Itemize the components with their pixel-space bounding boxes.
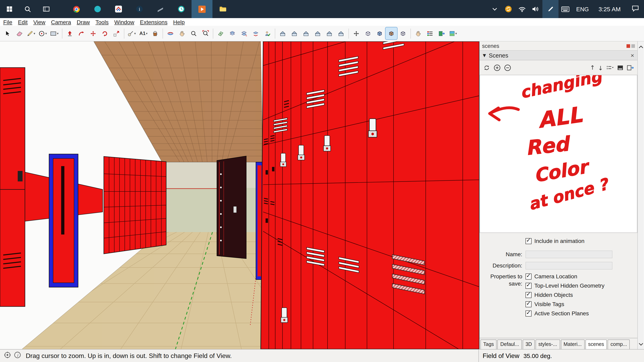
checkbox-include-in-animation[interactable] — [526, 238, 532, 244]
front-view-button[interactable] — [300, 27, 312, 39]
app-file-explorer[interactable] — [212, 0, 234, 18]
text-tool[interactable]: A1▾ — [138, 27, 149, 39]
move-scene-up-icon[interactable] — [590, 64, 595, 71]
back-view-button[interactable] — [324, 27, 335, 39]
show-thumbnails-icon[interactable] — [617, 65, 623, 70]
pan-tool[interactable] — [176, 27, 188, 39]
volume-icon[interactable] — [529, 0, 542, 18]
close-tray-icon[interactable] — [626, 44, 630, 48]
tray-scrollbar[interactable] — [637, 41, 644, 349]
left-view-button[interactable] — [335, 27, 347, 39]
rectangle-tool[interactable]: ▾ — [49, 27, 60, 39]
network-wifi-icon[interactable] — [515, 0, 529, 18]
close-section-icon[interactable]: × — [630, 52, 634, 59]
scale-tool[interactable] — [111, 27, 122, 39]
orbit-tool[interactable] — [164, 27, 176, 39]
move-scene-down-icon[interactable] — [598, 64, 603, 71]
top-view-button[interactable] — [288, 27, 300, 39]
task-view-button[interactable] — [37, 0, 56, 18]
rotate-tool[interactable] — [99, 27, 111, 39]
property-row-top-level-hidden-geometry[interactable]: Top-Level Hidden Geometry — [526, 282, 633, 289]
freehand-tool[interactable]: ▾ — [25, 27, 37, 39]
app-media-player[interactable] — [192, 0, 212, 18]
remove-scene-icon[interactable] — [504, 64, 511, 71]
offset-tool[interactable] — [76, 27, 87, 39]
menu-item-tools[interactable]: Tools — [96, 19, 109, 25]
zoom-tool[interactable] — [188, 27, 200, 39]
app-teal-circle[interactable] — [87, 0, 108, 18]
geolocation-icon[interactable] — [4, 352, 11, 360]
app-chrome[interactable] — [66, 0, 87, 18]
tray-tab-styles[interactable]: styles-... — [536, 340, 560, 349]
action-center-button[interactable] — [626, 0, 644, 18]
zoom-window-button[interactable] — [350, 27, 362, 39]
section-fill-toggle[interactable] — [250, 27, 262, 39]
tray-tab-3d[interactable]: 3D — [523, 340, 535, 349]
tray-tab-comp[interactable]: comp... — [608, 340, 630, 349]
circle-tool[interactable]: ▾ — [37, 27, 49, 39]
scroll-down-icon[interactable] — [638, 340, 643, 348]
add-scene-icon[interactable] — [494, 64, 500, 71]
menu-item-edit[interactable]: Edit — [18, 19, 28, 25]
language-indicator[interactable]: ENG — [572, 0, 593, 18]
move-tool[interactable] — [87, 27, 99, 39]
menu-item-window[interactable]: Window — [114, 19, 134, 25]
checkbox-visible-tags[interactable] — [526, 301, 532, 307]
shaded-style-button[interactable] — [374, 27, 386, 39]
app-gray-tool[interactable] — [150, 0, 170, 18]
checkbox-active-section-planes[interactable] — [526, 310, 532, 316]
view-options-icon[interactable] — [606, 65, 614, 70]
checkbox-top-level-hidden-geometry[interactable] — [526, 283, 532, 289]
freehand-tool-dropdown-icon[interactable]: ▾ — [34, 31, 35, 35]
scene-name-input[interactable] — [526, 251, 612, 258]
select-tool[interactable] — [2, 27, 14, 39]
start-button[interactable] — [0, 0, 18, 18]
text-tool-dropdown-icon[interactable]: ▾ — [146, 31, 148, 35]
touch-keyboard-button[interactable] — [558, 0, 572, 18]
menu-item-help[interactable]: Help — [173, 19, 185, 25]
fov-value[interactable]: 35.00 deg. — [523, 352, 575, 359]
app-sketchup[interactable] — [108, 0, 129, 18]
clock[interactable]: 3:25 AM — [593, 0, 626, 18]
search-button[interactable] — [18, 0, 37, 18]
scene-description-input[interactable] — [526, 262, 612, 270]
scenes-list-area[interactable]: changing ALL Red Color at once ? — [480, 75, 637, 233]
menu-item-draw[interactable]: Draw — [77, 19, 90, 25]
checkbox-hidden-objects[interactable] — [526, 292, 532, 298]
pin-tray-icon[interactable] — [631, 44, 635, 48]
right-view-button[interactable] — [312, 27, 324, 39]
add-location-button[interactable] — [262, 27, 273, 39]
display-section-cuts-toggle[interactable] — [238, 27, 250, 39]
checkbox-camera-location[interactable] — [526, 273, 532, 279]
display-section-planes-toggle[interactable] — [226, 27, 238, 39]
menu-item-camera[interactable]: Camera — [51, 19, 71, 25]
tray-tab-materi[interactable]: Materi... — [561, 340, 584, 349]
tape-measure-tool-dropdown-icon[interactable]: ▾ — [134, 31, 136, 35]
sync-status-icon[interactable] — [501, 0, 515, 18]
scenes-section-header[interactable]: ▼ Scenes × — [480, 50, 637, 60]
iso-view-button[interactable] — [277, 27, 288, 39]
material-swatch-button-dropdown-icon[interactable]: ▾ — [455, 31, 457, 35]
menu-item-extensions[interactable]: Extensions — [140, 19, 168, 25]
collapse-section-icon[interactable]: ▼ — [483, 53, 486, 57]
entity-info-button[interactable] — [424, 27, 436, 39]
scroll-up-icon[interactable] — [638, 43, 643, 50]
modeling-viewport[interactable] — [0, 41, 479, 349]
include-in-animation-row[interactable]: Include in animation — [526, 238, 633, 244]
app-info-circle[interactable]: i — [129, 0, 150, 18]
app-clock[interactable] — [170, 0, 192, 18]
windows-ink-button[interactable] — [542, 0, 558, 18]
property-row-camera-location[interactable]: Camera Location — [526, 273, 633, 280]
property-row-hidden-objects[interactable]: Hidden Objects — [526, 292, 633, 298]
default-tray-button[interactable] — [436, 27, 448, 39]
push-pull-tool[interactable] — [64, 27, 76, 39]
menu-item-file[interactable]: File — [3, 19, 12, 25]
circle-tool-dropdown-icon[interactable]: ▾ — [45, 31, 47, 35]
property-row-active-section-planes[interactable]: Active Section Planes — [526, 310, 633, 317]
show-details-icon[interactable] — [627, 65, 634, 70]
rectangle-tool-dropdown-icon[interactable]: ▾ — [57, 31, 58, 35]
tape-measure-tool[interactable]: ▾ — [126, 27, 138, 39]
zoom-extents-tool[interactable] — [200, 27, 211, 39]
wireframe-style-button[interactable] — [362, 27, 374, 39]
tray-tab-defaul[interactable]: Defaul... — [498, 340, 522, 349]
